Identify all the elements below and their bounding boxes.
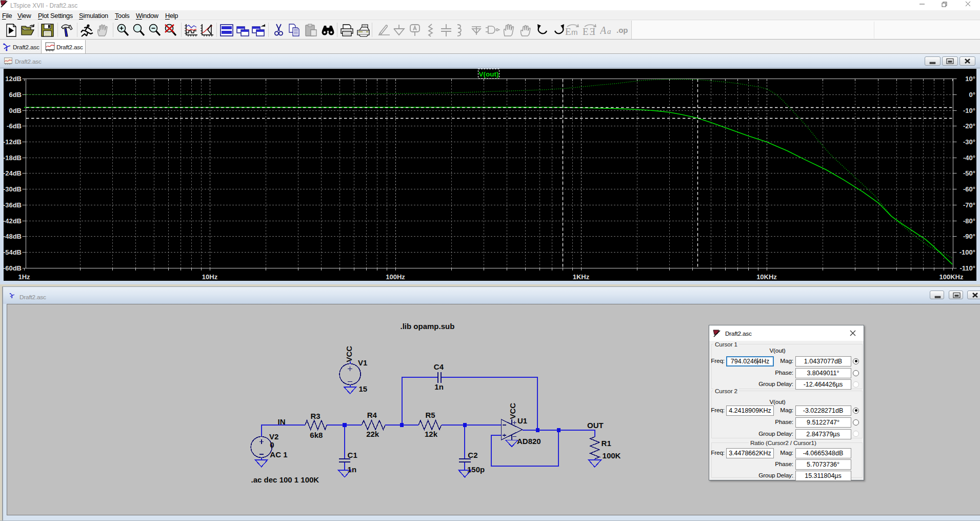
svg-text:-50°: -50°: [963, 169, 975, 177]
svg-text:-100°: -100°: [959, 248, 975, 256]
svg-text:R4: R4: [367, 411, 377, 419]
svg-text:100Hz: 100Hz: [386, 273, 405, 281]
svg-text:A: A: [600, 25, 607, 36]
svg-text:1Hz: 1Hz: [18, 273, 30, 281]
svg-text:.lib opamp.sub: .lib opamp.sub: [401, 322, 455, 331]
svg-text:22k: 22k: [366, 430, 379, 438]
svg-text:0°: 0°: [969, 91, 975, 99]
svg-text:-110°: -110°: [959, 264, 975, 272]
svg-text:6k8: 6k8: [310, 431, 323, 439]
svg-text:-6dB: -6dB: [7, 122, 22, 130]
svg-text:C2: C2: [468, 451, 477, 459]
svg-text:AD820: AD820: [517, 437, 541, 446]
svg-text:-30dB: -30dB: [3, 185, 22, 193]
svg-text:-80°: -80°: [963, 217, 975, 225]
svg-text:10Hz: 10Hz: [202, 273, 218, 281]
svg-text:AC 1: AC 1: [270, 450, 287, 459]
svg-text:VCC: VCC: [345, 346, 353, 362]
svg-text:-30°: -30°: [963, 138, 975, 146]
svg-text:6dB: 6dB: [9, 91, 22, 99]
svg-text:-48dB: -48dB: [3, 233, 22, 240]
svg-text:0: 0: [270, 440, 274, 449]
svg-text:-12dB: -12dB: [3, 138, 22, 146]
svg-text:R1: R1: [602, 439, 611, 448]
svg-text:15: 15: [359, 384, 368, 393]
svg-text:-42dB: -42dB: [3, 217, 22, 225]
svg-text:-36dB: -36dB: [3, 201, 22, 209]
svg-text:VCC: VCC: [508, 403, 517, 419]
svg-text:-60dB: -60dB: [3, 264, 22, 272]
svg-text:1n: 1n: [434, 382, 444, 391]
svg-text:.ac dec 100 1 100K: .ac dec 100 1 100K: [251, 475, 319, 484]
svg-text:-40°: -40°: [963, 154, 975, 162]
svg-text:E: E: [583, 26, 589, 37]
svg-text:-18dB: -18dB: [3, 154, 22, 162]
svg-text:U1: U1: [517, 416, 527, 425]
svg-text:0dB: 0dB: [9, 107, 22, 114]
svg-text:100K: 100K: [603, 451, 621, 460]
svg-text:a: a: [607, 27, 611, 35]
svg-text:C1: C1: [348, 451, 357, 459]
svg-text:12k: 12k: [425, 430, 438, 438]
svg-text:V1: V1: [358, 358, 367, 367]
svg-text:-24dB: -24dB: [3, 169, 22, 177]
svg-text:10°: 10°: [965, 75, 975, 83]
svg-text:-54dB: -54dB: [3, 248, 22, 256]
svg-text:m: m: [571, 28, 578, 36]
svg-text:OUT: OUT: [587, 421, 604, 430]
svg-text:-10°: -10°: [963, 107, 975, 114]
svg-text:10KHz: 10KHz: [756, 273, 777, 281]
svg-text:E: E: [565, 26, 571, 37]
svg-text:-70°: -70°: [963, 201, 975, 209]
svg-text:.op: .op: [616, 26, 628, 34]
svg-text:C4: C4: [434, 362, 444, 371]
svg-text:150p: 150p: [467, 465, 485, 474]
svg-text:-90°: -90°: [963, 233, 975, 240]
svg-text:100KHz: 100KHz: [939, 273, 964, 281]
svg-text:V(out): V(out): [479, 70, 499, 78]
svg-text:-20°: -20°: [963, 122, 975, 130]
svg-text:1KHz: 1KHz: [573, 273, 590, 281]
svg-text:R5: R5: [426, 411, 435, 419]
svg-text:12dB: 12dB: [5, 75, 22, 83]
svg-text:R3: R3: [311, 412, 321, 420]
svg-text:IN: IN: [278, 417, 286, 426]
svg-text:1n: 1n: [348, 465, 357, 474]
svg-text:-60°: -60°: [963, 185, 975, 193]
svg-text:E: E: [589, 26, 595, 37]
